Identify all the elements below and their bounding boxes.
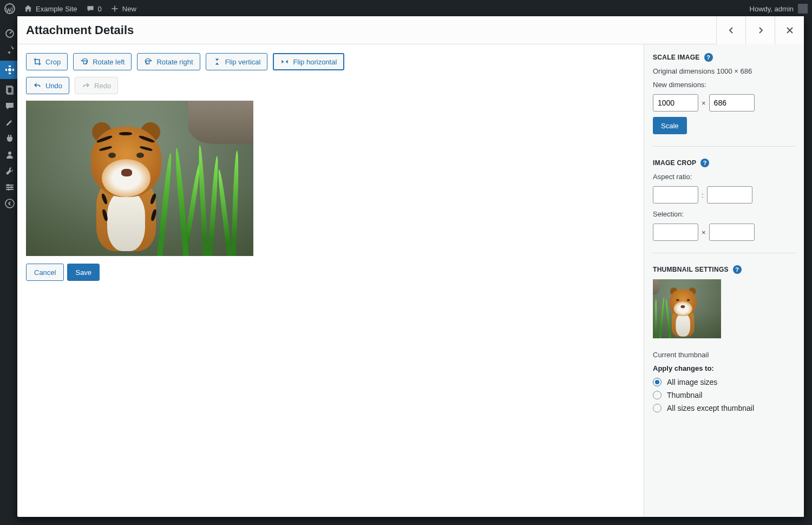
tools-icon[interactable] [4, 166, 15, 176]
separator: × [702, 99, 706, 107]
admin-sidebar [0, 17, 19, 525]
flip-horizontal-button[interactable]: Flip horizontal [273, 53, 344, 70]
scale-button[interactable]: Scale [653, 117, 687, 134]
flip-horizontal-icon [280, 57, 289, 66]
howdy-text: Howdy, admin [750, 5, 794, 13]
dashboard-icon[interactable] [4, 28, 15, 39]
close-icon [785, 26, 794, 35]
site-name-link[interactable]: Example Site [24, 4, 77, 13]
modal-nav [716, 16, 804, 44]
modal-title: Attachment Details [26, 23, 134, 37]
rotate-left-button[interactable]: Rotate left [73, 53, 132, 70]
wp-logo[interactable] [4, 3, 15, 14]
help-icon[interactable]: ? [733, 265, 742, 274]
cancel-button[interactable]: Cancel [26, 264, 64, 281]
radio-icon [653, 391, 662, 399]
redo-button: Redo [75, 77, 118, 94]
comments-count: 0 [98, 5, 102, 13]
settings-pane: Scale Image? Original dimensions 1000 × … [644, 44, 804, 517]
separator: : [702, 191, 704, 199]
editor-pane: Crop Rotate left Rotate right Flip verti… [17, 44, 644, 517]
radio-icon [653, 378, 662, 386]
appearance-icon[interactable] [4, 117, 15, 128]
media-icon[interactable] [0, 61, 19, 79]
attachment-details-modal: Attachment Details Crop Rotate left Rota… [17, 16, 804, 517]
svg-point-16 [5, 199, 14, 208]
new-link[interactable]: New [110, 4, 136, 13]
help-icon[interactable]: ? [704, 53, 713, 62]
scale-width-input[interactable] [653, 94, 698, 111]
crop-heading: Image Crop? [653, 159, 795, 167]
home-icon [24, 4, 32, 13]
account-link[interactable]: Howdy, admin [750, 4, 808, 14]
selection-height-input[interactable] [709, 224, 755, 241]
crop-button[interactable]: Crop [26, 53, 68, 70]
new-dimensions-label: New dimensions: [653, 81, 795, 89]
settings-icon[interactable] [4, 182, 15, 193]
pages-icon[interactable] [4, 84, 15, 95]
rotate-right-icon [144, 57, 153, 66]
admin-bar: Example Site 0 New Howdy, admin [0, 0, 812, 17]
radio-except-thumbnail[interactable]: All sizes except thumbnail [653, 404, 795, 412]
radio-thumbnail[interactable]: Thumbnail [653, 391, 795, 399]
svg-point-2 [8, 68, 11, 71]
image-preview[interactable] [26, 101, 253, 256]
crop-icon [33, 57, 42, 66]
selection-width-input[interactable] [653, 224, 698, 241]
flip-vertical-icon [213, 57, 221, 66]
svg-rect-5 [5, 69, 7, 71]
radio-icon [653, 404, 662, 412]
thumbnail-preview [653, 279, 721, 347]
svg-rect-4 [9, 73, 11, 74]
chevron-left-icon [727, 26, 736, 35]
selection-label: Selection: [653, 210, 795, 218]
chevron-right-icon [756, 26, 765, 35]
original-dimensions: Original dimensions 1000 × 686 [653, 67, 795, 75]
svg-point-15 [8, 188, 10, 191]
collapse-icon[interactable] [4, 198, 15, 209]
svg-point-13 [7, 184, 9, 186]
svg-point-14 [10, 186, 12, 188]
new-text: New [122, 5, 136, 13]
redo-icon [82, 81, 90, 90]
site-name-text: Example Site [36, 5, 77, 13]
scale-height-input[interactable] [709, 94, 755, 111]
comment-icon [86, 4, 95, 13]
aspect-label: Aspect ratio: [653, 173, 795, 181]
prev-button[interactable] [716, 16, 745, 44]
thumbnail-heading: Thumbnail Settings? [653, 265, 795, 274]
users-icon[interactable] [4, 149, 15, 160]
undo-button[interactable]: Undo [26, 77, 69, 94]
apply-changes-label: Apply changes to: [653, 364, 795, 372]
comments-icon[interactable] [4, 101, 15, 111]
save-button[interactable]: Save [67, 264, 100, 281]
svg-point-9 [8, 152, 11, 155]
svg-rect-3 [9, 65, 11, 67]
rotate-right-button[interactable]: Rotate right [137, 53, 200, 70]
svg-rect-6 [12, 69, 14, 71]
plus-icon [110, 4, 119, 13]
pin-icon[interactable] [4, 44, 15, 55]
comments-link[interactable]: 0 [86, 4, 102, 13]
undo-icon [33, 81, 42, 90]
modal-header: Attachment Details [17, 16, 804, 44]
close-button[interactable] [775, 16, 804, 44]
separator: × [702, 228, 706, 237]
plugins-icon[interactable] [4, 133, 15, 144]
aspect-width-input[interactable] [653, 186, 698, 204]
aspect-height-input[interactable] [707, 186, 752, 204]
current-thumbnail-label: Current thumbnail [653, 351, 795, 359]
rotate-left-icon [80, 57, 89, 66]
help-icon[interactable]: ? [700, 159, 709, 167]
scale-heading: Scale Image? [653, 53, 795, 62]
avatar [798, 4, 808, 14]
flip-vertical-button[interactable]: Flip vertical [206, 53, 268, 70]
next-button[interactable] [745, 16, 775, 44]
radio-all-sizes[interactable]: All image sizes [653, 378, 795, 386]
